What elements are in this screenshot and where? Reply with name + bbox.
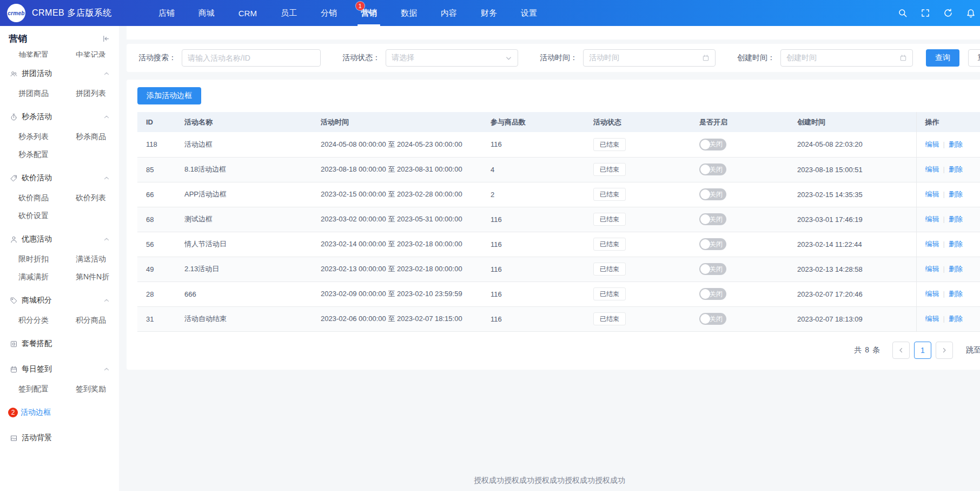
nav-item-9[interactable]: 财务 (469, 0, 509, 26)
row-activity-time: 2023-02-06 00:00:00 至 2023-02-07 18:15:0… (312, 306, 482, 331)
sidebar-collapse-icon[interactable] (102, 35, 110, 43)
sidebar-subitem[interactable]: 满送活动 (76, 250, 119, 268)
chevron-up-icon[interactable] (103, 114, 110, 120)
sidebar-subitem[interactable]: 积分商品 (76, 311, 119, 329)
sidebar-subitem[interactable]: 抽奖配置 (18, 51, 76, 57)
edit-link[interactable]: 编辑 (925, 215, 939, 223)
enable-toggle[interactable]: 关闭 (699, 139, 726, 150)
chevron-up-icon[interactable] (103, 70, 110, 77)
nav-item-1[interactable]: 店铺 (147, 0, 187, 26)
sidebar-subitem[interactable]: 砍价设置 (18, 207, 76, 225)
sidebar-subitem[interactable]: 限时折扣 (18, 250, 76, 268)
delete-link[interactable]: 删除 (949, 165, 963, 173)
sidebar-item-1[interactable]: 拼团活动 (0, 63, 119, 84)
add-activity-border-button[interactable]: 添加活动边框 (137, 87, 201, 104)
sidebar-subitem[interactable]: 砍价商品 (18, 189, 76, 207)
edit-link[interactable]: 编辑 (925, 190, 939, 198)
chevron-up-icon[interactable] (103, 236, 110, 243)
search-input[interactable] (182, 49, 321, 67)
delete-link[interactable]: 删除 (949, 290, 963, 298)
bargain-icon (10, 174, 18, 182)
enable-toggle[interactable]: 关闭 (699, 288, 726, 300)
search-icon[interactable] (898, 8, 908, 18)
row-product-count: 4 (482, 157, 585, 182)
sidebar-item-6[interactable]: 套餐搭配 (0, 333, 119, 355)
enable-toggle[interactable]: 关闭 (699, 238, 726, 250)
sidebar-item-2[interactable]: 秒杀活动 (0, 106, 119, 128)
activity-time-picker[interactable]: 活动时间 (583, 49, 716, 67)
action-divider: | (943, 290, 945, 298)
sidebar-subitem[interactable]: 砍价列表 (76, 189, 119, 207)
delete-link[interactable]: 删除 (949, 315, 963, 323)
delete-link[interactable]: 删除 (949, 190, 963, 198)
sidebar-subitem[interactable]: 积分分类 (18, 311, 76, 329)
row-created-time: 2024-05-08 22:03:20 (789, 132, 916, 157)
sidebar-item-7[interactable]: 每日签到 (0, 358, 119, 380)
fullscreen-icon[interactable] (921, 8, 930, 18)
sidebar-subitem[interactable]: 拼团商品 (18, 84, 76, 102)
enable-toggle[interactable]: 关闭 (699, 213, 726, 225)
row-id: 85 (137, 157, 176, 182)
notification-icon[interactable] (966, 8, 976, 18)
pagination-prev-button[interactable] (892, 342, 910, 359)
enable-toggle[interactable]: 关闭 (699, 188, 726, 200)
create-time-label: 创建时间： (737, 53, 775, 63)
table-row: 858.18活动边框2023-08-18 00:00:00 至 2023-08-… (137, 157, 980, 182)
main-content: 活动搜索： 活动状态： 请选择 活动时间： 活动时间 创建时间： 创建时间 查询… (119, 26, 980, 491)
row-id: 31 (137, 306, 176, 331)
sidebar-subitem[interactable]: 满减满折 (18, 268, 76, 286)
nav-item-2[interactable]: 商城 (187, 0, 227, 26)
query-button[interactable]: 查询 (926, 49, 959, 67)
filter-bar: 活动搜索： 活动状态： 请选择 活动时间： 活动时间 创建时间： 创建时间 查询… (127, 44, 980, 72)
sidebar-subitem[interactable]: 秒杀列表 (18, 128, 76, 146)
chevron-up-icon[interactable] (103, 297, 110, 304)
chevron-up-icon[interactable] (103, 175, 110, 181)
nav-item-6[interactable]: 营销1 (349, 0, 389, 26)
table-row: 492.13活动日2023-02-13 00:00:00 至 2023-02-1… (137, 257, 980, 281)
refresh-icon[interactable] (943, 8, 953, 18)
reset-button[interactable]: 重置 (968, 49, 980, 67)
create-time-picker[interactable]: 创建时间 (780, 49, 913, 67)
delete-link[interactable]: 删除 (949, 265, 963, 273)
pagination-next-button[interactable] (936, 342, 953, 359)
delete-link[interactable]: 删除 (949, 140, 963, 148)
edit-link[interactable]: 编辑 (925, 165, 939, 173)
row-id: 28 (137, 281, 176, 306)
sidebar-subitem[interactable]: 秒杀商品 (76, 128, 119, 146)
nav-item-7[interactable]: 数据 (389, 0, 429, 26)
nav-item-8[interactable]: 内容 (429, 0, 469, 26)
sidebar-subitem[interactable]: 签到奖励 (76, 380, 119, 398)
nav-item-10[interactable]: 设置 (509, 0, 549, 26)
nav-item-4[interactable]: 员工 (269, 0, 309, 26)
action-divider: | (943, 190, 945, 198)
edit-link[interactable]: 编辑 (925, 240, 939, 248)
delete-link[interactable]: 删除 (949, 240, 963, 248)
edit-link[interactable]: 编辑 (925, 265, 939, 273)
sidebar-subitem[interactable]: 第N件N折 (76, 268, 119, 286)
sidebar-item-5[interactable]: 商城积分 (0, 290, 119, 311)
nav-item-5[interactable]: 分销 (309, 0, 349, 26)
edit-link[interactable]: 编辑 (925, 140, 939, 148)
enable-toggle[interactable]: 关闭 (699, 163, 726, 175)
sidebar-item-4[interactable]: 优惠活动 (0, 228, 119, 250)
sidebar-subitem[interactable]: 秒杀配置 (18, 146, 76, 163)
sidebar-submenu: 拼团商品拼团列表 (0, 84, 119, 102)
table-row: 286662023-02-09 00:00:00 至 2023-02-10 23… (137, 281, 980, 306)
pagination-page-1[interactable]: 1 (914, 342, 931, 359)
sidebar-item-8[interactable]: 2活动边框 (0, 402, 119, 423)
nav-item-3[interactable]: CRM (227, 0, 269, 26)
sidebar-subitem[interactable]: 中奖记录 (76, 51, 119, 57)
sidebar-subitem[interactable]: 拼团列表 (76, 84, 119, 102)
status-select[interactable]: 请选择 (386, 49, 518, 67)
sidebar-item-9[interactable]: 活动背景 (0, 427, 119, 449)
chevron-up-icon[interactable] (103, 366, 110, 372)
main-nav: 店铺商城CRM员工分销营销1数据内容财务设置 (147, 0, 549, 26)
enable-toggle[interactable]: 关闭 (699, 313, 726, 325)
enable-toggle[interactable]: 关闭 (699, 263, 726, 275)
edit-link[interactable]: 编辑 (925, 315, 939, 323)
sidebar-subitem[interactable]: 签到配置 (18, 380, 76, 398)
sidebar-item-3[interactable]: 砍价活动 (0, 167, 119, 189)
edit-link[interactable]: 编辑 (925, 290, 939, 298)
delete-link[interactable]: 删除 (949, 215, 963, 223)
row-status-cell: 已结束 (585, 157, 691, 182)
